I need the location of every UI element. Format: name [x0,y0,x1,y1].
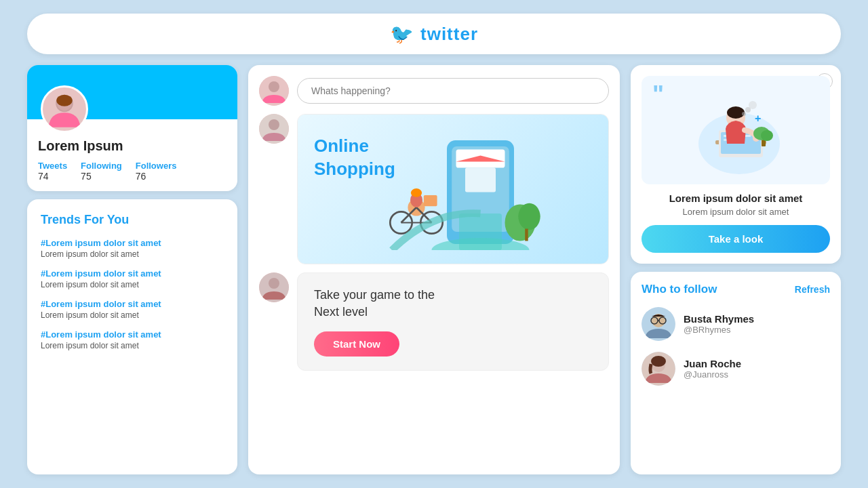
profile-name: Lorem Ipsum [38,138,226,154]
promo-desc: Lorem ipsum dolor sit amet [642,207,830,217]
follow-avatar-2 [642,352,675,386]
svg-point-23 [518,203,540,230]
svg-point-50 [651,356,666,367]
tweet-compose [259,76,609,106]
trend-hashtag-2[interactable]: #Lorem ipsum dolor sit amet [41,268,224,279]
take-look-button[interactable]: Take a look [642,225,830,253]
svg-point-2 [56,95,72,106]
svg-rect-20 [424,195,437,206]
profile-banner [27,65,237,119]
trend-desc-4: Lorem ipsum dolor sit amet [41,341,224,350]
svg-rect-12 [459,214,502,250]
refresh-button[interactable]: Refresh [795,284,830,295]
twitter-bird-icon: 🐦 [390,23,414,45]
svg-rect-10 [465,168,496,192]
following-stat: Following 75 [81,161,122,182]
trend-hashtag-4[interactable]: #Lorem ipsum dolor sit amet [41,329,224,340]
feed-avatar-1 [259,114,289,144]
svg-rect-24 [525,229,528,241]
compose-input[interactable] [297,78,609,104]
profile-stats: Tweets 74 Following 75 Followers 76 [38,161,226,182]
promo-illustration: " [642,76,830,184]
svg-point-42 [749,101,757,109]
svg-point-34 [727,106,745,119]
svg-point-21 [411,188,422,197]
trends-card: Trends For You #Lorem ipsum dolor sit am… [27,199,237,474]
game-text: Take your game to theNext level [314,287,592,321]
promo-title: Lorem ipsum dolor sit amet [642,192,830,204]
tweets-count: 74 [38,171,67,182]
middle-column: OnlineShopping [248,65,620,474]
ad-title-text: OnlineShopping [314,136,395,179]
following-label: Following [81,161,122,171]
profile-avatar [41,85,88,133]
tweets-label: Tweets [38,161,67,171]
quote-mark-icon: " [652,83,664,107]
following-count: 75 [81,171,122,182]
follow-header: Who to follow Refresh [642,283,830,296]
twitter-logo-text: twitter [420,24,478,45]
follow-title: Who to follow [642,283,717,296]
trend-item-3[interactable]: #Lorem ipsum dolor sit amet Lorem ipsum … [41,299,224,320]
follow-handle-1: @BRhymes [684,325,754,335]
ad-title: OnlineShopping [314,135,395,181]
follow-name-1: Busta Rhymes [684,313,754,325]
follow-name-2: Juan Roche [684,358,741,369]
ad-card: OnlineShopping [297,114,609,264]
svg-point-26 [269,278,279,289]
follow-avatar-1 [642,307,675,341]
trend-desc-2: Lorem ipsum dolor sit amet [41,280,224,289]
tweets-stat: Tweets 74 [38,161,67,182]
game-card: Take your game to theNext level Start No… [297,272,609,371]
follow-item-2[interactable]: Juan Roche @Juanross [642,352,830,386]
trend-item-4[interactable]: #Lorem ipsum dolor sit amet Lorem ipsum … [41,329,224,350]
header-logo: 🐦 twitter [390,23,478,45]
feed-avatar-2 [259,272,289,302]
trends-title: Trends For You [41,213,224,227]
trend-hashtag-1[interactable]: #Lorem ipsum dolor sit amet [41,238,224,248]
right-column: × " [631,65,841,474]
follow-card: Who to follow Refresh [631,272,841,474]
trend-desc-1: Lorem ipsum dolor sit amet [41,249,224,259]
trend-hashtag-3[interactable]: #Lorem ipsum dolor sit amet [41,299,224,309]
svg-point-4 [269,81,279,92]
feed-item-2: Take your game to theNext level Start No… [259,272,609,371]
follow-handle-2: @Juanross [684,369,741,380]
followers-label: Followers [136,161,177,171]
followers-stat: Followers 76 [136,161,177,182]
ad-banner: OnlineShopping [298,115,608,264]
profile-card: Lorem Ipsum Tweets 74 Following 75 Follo… [27,65,237,191]
promo-card: × " [631,65,841,264]
svg-point-40 [742,112,746,116]
svg-point-38 [761,130,773,141]
start-now-button[interactable]: Start Now [314,331,399,357]
follow-item-1[interactable]: Busta Rhymes @BRhymes [642,307,830,341]
compose-avatar [259,76,289,106]
main-content: Lorem Ipsum Tweets 74 Following 75 Follo… [27,65,841,474]
trend-desc-3: Lorem ipsum dolor sit amet [41,310,224,320]
follow-info-1: Busta Rhymes @BRhymes [684,313,754,335]
svg-text:+: + [755,113,761,124]
followers-count: 76 [136,171,177,182]
follow-info-2: Juan Roche @Juanross [684,358,741,380]
trend-item-2[interactable]: #Lorem ipsum dolor sit amet Lorem ipsum … [41,268,224,289]
left-column: Lorem Ipsum Tweets 74 Following 75 Follo… [27,65,237,474]
feed-item-1: OnlineShopping [259,114,609,264]
trend-item-1[interactable]: #Lorem ipsum dolor sit amet Lorem ipsum … [41,238,224,259]
header-bar: 🐦 twitter [27,14,841,54]
svg-point-6 [269,119,279,130]
